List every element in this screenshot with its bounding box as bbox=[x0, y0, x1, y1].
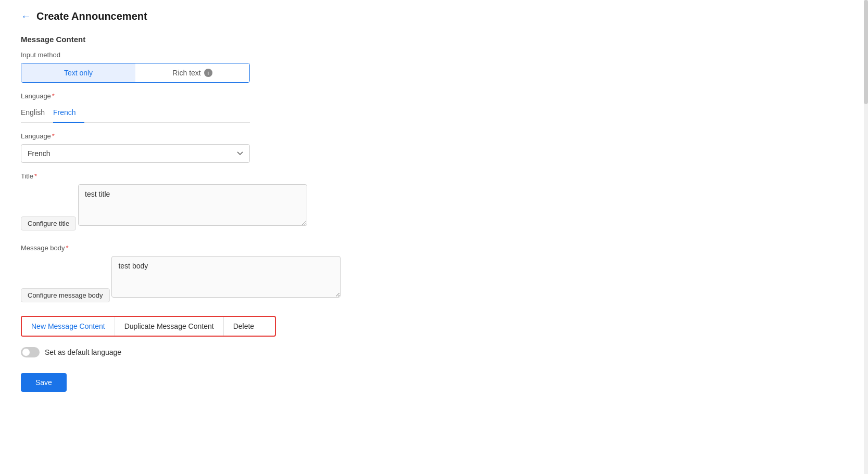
language-select-group: Language* English French bbox=[21, 132, 847, 163]
language-tabs-group: Language* English French bbox=[21, 92, 847, 123]
input-method-toggle: Text only Rich text i bbox=[21, 63, 250, 83]
default-language-row: Set as default language bbox=[21, 347, 847, 357]
input-method-group: Input method Text only Rich text i bbox=[21, 51, 847, 83]
message-body-group: Message body* Configure message body tes… bbox=[21, 244, 847, 306]
title-field-group: Title* Configure title test title bbox=[21, 172, 847, 235]
title-textarea[interactable]: test title bbox=[78, 184, 307, 226]
back-button[interactable]: ← bbox=[21, 10, 31, 22]
language-tabs: English French bbox=[21, 104, 250, 123]
page-header: ← Create Announcement bbox=[21, 10, 847, 22]
duplicate-message-content-button[interactable]: Duplicate Message Content bbox=[115, 317, 224, 336]
message-body-textarea[interactable]: test body bbox=[111, 256, 341, 298]
section-heading: Message Content bbox=[21, 35, 847, 44]
message-body-required-star: * bbox=[66, 244, 69, 252]
save-button[interactable]: Save bbox=[21, 373, 67, 392]
language-tabs-label: Language* bbox=[21, 92, 847, 100]
message-body-label: Message body* bbox=[21, 244, 847, 252]
title-label: Title* bbox=[21, 172, 847, 180]
tab-french[interactable]: French bbox=[53, 104, 84, 123]
configure-title-button[interactable]: Configure title bbox=[21, 216, 76, 230]
rich-text-button[interactable]: Rich text i bbox=[135, 63, 249, 82]
language-required-star: * bbox=[52, 132, 55, 140]
info-icon: i bbox=[204, 69, 212, 77]
input-method-label: Input method bbox=[21, 51, 847, 59]
page-title: Create Announcement bbox=[36, 10, 147, 22]
new-message-content-button[interactable]: New Message Content bbox=[22, 317, 115, 336]
scrollbar-thumb[interactable] bbox=[864, 0, 868, 104]
default-language-label: Set as default language bbox=[45, 348, 121, 356]
configure-message-body-button[interactable]: Configure message body bbox=[21, 288, 110, 302]
delete-button[interactable]: Delete bbox=[224, 317, 263, 336]
tab-english[interactable]: English bbox=[21, 104, 53, 123]
language-select-label: Language* bbox=[21, 132, 847, 140]
action-buttons-container: New Message Content Duplicate Message Co… bbox=[21, 316, 276, 337]
scrollbar-track[interactable] bbox=[864, 0, 868, 474]
language-select[interactable]: English French bbox=[21, 144, 250, 163]
required-star: * bbox=[52, 92, 55, 100]
title-required-star: * bbox=[34, 172, 37, 180]
text-only-button[interactable]: Text only bbox=[21, 63, 135, 82]
default-language-toggle[interactable] bbox=[21, 347, 40, 357]
